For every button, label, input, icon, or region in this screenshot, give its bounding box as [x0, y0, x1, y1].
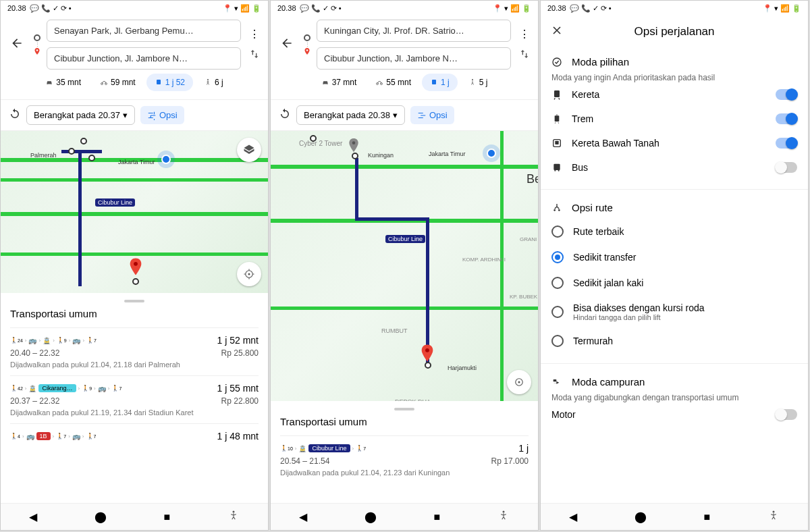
walk-icon: 🚶7: [86, 433, 97, 440]
svg-rect-21: [555, 115, 560, 122]
toggle-kereta[interactable]: [776, 89, 797, 100]
mode-car[interactable]: 35 mnt: [37, 74, 89, 91]
android-nav-bar: ◀ ⬤ ■: [1, 503, 268, 530]
bus-icon: 🚌: [72, 433, 80, 440]
map-dest-pin-icon: [129, 258, 142, 275]
bus-icon: 🚌: [26, 433, 34, 440]
radio-best-route[interactable]: Rute terbaik: [551, 219, 797, 244]
android-nav-bar: ◀ ⬤ ■: [271, 503, 538, 530]
mode-moto[interactable]: 55 mnt: [367, 74, 419, 91]
map-label-be: Be: [524, 171, 538, 187]
nav-back-button[interactable]: ◀: [569, 510, 577, 523]
map-view[interactable]: Palmerah Jakarta Timur Cibubur Line: [1, 131, 268, 293]
nav-recent-button[interactable]: ■: [433, 511, 440, 523]
map-origin-pin-icon: [348, 138, 359, 153]
option-trem[interactable]: Trem: [551, 107, 797, 131]
mode-moto[interactable]: 59 mnt: [92, 74, 144, 91]
svg-point-18: [502, 510, 504, 512]
status-icons-left: 💬 📞 ✓ ⟳ •: [30, 4, 72, 13]
option-subway[interactable]: Kereta Bawah Tanah: [551, 131, 797, 155]
svg-point-30: [772, 510, 774, 512]
drag-handle[interactable]: [394, 408, 414, 410]
route-markers: ⋮: [33, 34, 41, 55]
transit-results[interactable]: Transportasi umum 🚶24› 🚌› 🚊› 🚶9› 🚌› 🚶7 1…: [1, 293, 268, 455]
back-button[interactable]: [6, 32, 28, 57]
route-option-3[interactable]: 🚶4› 🚌1B› 🚶7› 🚌› 🚶7 1 j 48 mnt: [10, 423, 259, 448]
radio-fewer-transfers[interactable]: Sedikit transfer: [551, 244, 797, 270]
nav-home-button[interactable]: ⬤: [94, 510, 107, 523]
section-title: Moda campuran: [572, 376, 645, 388]
nav-back-button[interactable]: ◀: [29, 510, 37, 523]
mixed-mode-section: Moda campuran Moda yang digabungkan deng…: [541, 368, 808, 432]
dest-input[interactable]: Cibubur Junction, Jl. Jambore N…: [317, 47, 511, 70]
swap-button[interactable]: [249, 49, 260, 62]
map-label-rumbut: RUMBUT: [379, 327, 410, 335]
back-button[interactable]: [276, 32, 298, 57]
radio-button[interactable]: [551, 335, 564, 347]
nav-accessibility-button[interactable]: [767, 510, 780, 525]
route-option-2[interactable]: 🚶42› 🚊Cikarang…› 🚶9› 🚌› 🚶7 1 j 55 mnt 20…: [10, 375, 259, 423]
radio-button[interactable]: [551, 277, 564, 289]
results-title: Transportasi umum: [280, 416, 529, 427]
map-locate-button[interactable]: [507, 370, 531, 394]
radio-button[interactable]: [551, 251, 564, 263]
radio-button[interactable]: [551, 225, 564, 238]
nav-home-button[interactable]: ⬤: [364, 510, 377, 523]
mode-transit[interactable]: 1 j: [422, 74, 458, 91]
nav-recent-button[interactable]: ■: [703, 511, 710, 523]
mode-car[interactable]: 37 mnt: [313, 74, 365, 91]
status-bar: 20.38💬 📞 ✓ ⟳ • 📍 ▾ 📶 🔋: [271, 1, 538, 16]
option-bus[interactable]: Bus: [551, 155, 797, 180]
nav-accessibility-button[interactable]: [497, 510, 510, 525]
map-locate-button[interactable]: [237, 262, 261, 286]
origin-input[interactable]: Kuningan City, Jl. Prof. DR. Satrio…: [317, 20, 511, 42]
walk-icon: 🚶9: [82, 385, 92, 392]
map-current-location-icon: [487, 149, 496, 158]
mode-walk[interactable]: 5 j: [460, 74, 496, 91]
tram-icon: [551, 113, 562, 124]
origin-input[interactable]: Senayan Park, Jl. Gerbang Pemu…: [47, 20, 241, 42]
map-layers-button[interactable]: [237, 138, 261, 162]
option-kereta[interactable]: Kereta: [551, 82, 797, 107]
option-motor[interactable]: Motor: [551, 402, 797, 427]
map-label-harja: Harjamukti: [445, 364, 479, 372]
svg-point-15: [425, 348, 429, 352]
toggle-motor[interactable]: [776, 409, 797, 420]
options-button[interactable]: Opsi: [140, 106, 184, 124]
status-icons-right: 📍 ▾ 📶 🔋: [223, 4, 261, 13]
map-view[interactable]: Cyber 2 Tower Kuningan Jakarta Timur Be …: [271, 131, 538, 401]
toggle-trem[interactable]: [776, 113, 797, 124]
route-duration: 1 j 48 mnt: [217, 431, 259, 442]
drag-handle[interactable]: [124, 300, 144, 302]
radio-wheelchair[interactable]: Bisa diakses dengan kursi rodaHindari ta…: [551, 296, 797, 328]
status-bar: 20.38💬 📞 ✓ ⟳ • 📍 ▾ 📶 🔋: [541, 1, 808, 16]
nav-back-button[interactable]: ◀: [299, 510, 307, 523]
svg-point-0: [36, 49, 38, 51]
route-option-1[interactable]: 🚶10› 🚊Cibubur Line› 🚶7 1 j 20.54 – 21.54…: [280, 435, 529, 483]
mode-transit[interactable]: 1 j 52: [146, 74, 193, 91]
depart-time-select[interactable]: Berangkat pada 20.37▾: [26, 105, 135, 125]
route-icon: [551, 203, 562, 213]
transit-results[interactable]: Transportasi umum 🚶10› 🚊Cibubur Line› 🚶7…: [271, 401, 538, 490]
route-option-1[interactable]: 🚶24› 🚌› 🚊› 🚶9› 🚌› 🚶7 1 j 52 mnt 20.40 – …: [10, 327, 259, 375]
walk-icon: 🚶9: [57, 337, 67, 344]
toggle-subway[interactable]: [776, 138, 797, 149]
nav-accessibility-button[interactable]: [227, 510, 240, 525]
radio-less-walking[interactable]: Sedikit jalan kaki: [551, 270, 797, 296]
refresh-button[interactable]: [9, 108, 21, 123]
nav-home-button[interactable]: ⬤: [634, 510, 647, 523]
swap-button[interactable]: [519, 49, 530, 62]
dest-input[interactable]: Cibubur Junction, Jl. Jambore N…: [47, 47, 241, 70]
depart-time-select[interactable]: Berangkat pada 20.38▾: [296, 105, 405, 125]
more-menu-button[interactable]: ⋮: [519, 28, 530, 41]
radio-button[interactable]: [551, 306, 564, 318]
toggle-bus[interactable]: [776, 162, 797, 173]
walk-icon: 🚶4: [10, 433, 20, 440]
refresh-button[interactable]: [279, 108, 291, 123]
more-menu-button[interactable]: ⋮: [249, 28, 260, 41]
options-button[interactable]: Opsi: [410, 106, 454, 124]
nav-recent-button[interactable]: ■: [163, 511, 170, 523]
mode-walk[interactable]: 6 j: [196, 74, 232, 91]
radio-cheapest[interactable]: Termurah: [551, 328, 797, 354]
route-duration: 1 j 55 mnt: [217, 383, 259, 394]
